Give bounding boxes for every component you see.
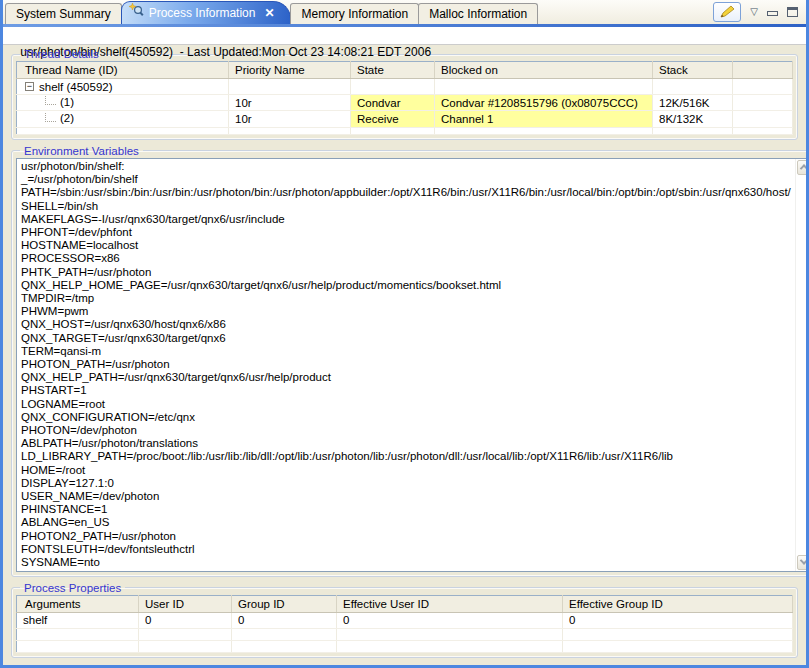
- env-line: PHFONT=/dev/phfont: [21, 226, 791, 239]
- column-header-effective-group-id[interactable]: Effective Group ID: [563, 595, 793, 612]
- process-properties-group: Process Properties Arguments User ID Gro…: [11, 582, 798, 658]
- thread-priority-cell: 10r: [229, 95, 351, 111]
- filler-cell: [435, 127, 653, 134]
- env-line: _=/usr/photon/bin/shelf: [21, 173, 791, 186]
- column-header-thread-name[interactable]: Thread Name (ID): [17, 62, 229, 79]
- tab-label: Process Information: [149, 3, 256, 23]
- column-header-state[interactable]: State: [351, 62, 435, 79]
- tab-malloc-information[interactable]: Malloc Information: [418, 3, 538, 24]
- empty-row: [17, 628, 793, 640]
- thread-row[interactable]: (2)10rReceiveChannel 18K/132K: [17, 111, 793, 127]
- env-line: USER_NAME=/dev/photon: [21, 490, 791, 503]
- section-title: Process Properties: [20, 582, 125, 594]
- process-properties-table: Arguments User ID Group ID Effective Use…: [16, 595, 793, 653]
- tab-label: Memory Information: [301, 7, 408, 21]
- filler-cell: [653, 127, 733, 134]
- column-header-blocked-on[interactable]: Blocked on: [435, 62, 653, 79]
- thread-row[interactable]: (1)10rCondvarCondvar #1208515796 (0x0807…: [17, 95, 793, 111]
- chevron-up-icon: [800, 165, 808, 173]
- chevron-down-icon: [800, 557, 808, 565]
- thread-table-header: Thread Name (ID) Priority Name State Blo…: [17, 62, 793, 79]
- env-line: PHWM=pwm: [21, 305, 791, 318]
- env-line: SYSNAME=nto: [21, 556, 791, 569]
- thread-details-group: Thread Details Thread Name (ID) Priority…: [11, 48, 798, 140]
- env-line: TMPDIR=/tmp: [21, 292, 791, 305]
- environment-variables-box: usr/photon/bin/shelf:_=/usr/photon/bin/s…: [16, 158, 809, 572]
- tab-memory-information[interactable]: Memory Information: [290, 3, 419, 24]
- env-line: HOSTNAME=localhost: [21, 239, 791, 252]
- env-line: QNX_CONFIGURATION=/etc/qnx: [21, 411, 791, 424]
- environment-variables-group: Environment Variables usr/photon/bin/she…: [11, 145, 809, 577]
- highlighter-pencil-icon: [719, 5, 735, 19]
- thread-priority-cell: [229, 79, 351, 95]
- column-header-group-id[interactable]: Group ID: [232, 595, 337, 612]
- column-header-effective-user-id[interactable]: Effective User ID: [337, 595, 563, 612]
- filler-cell: [733, 111, 793, 127]
- tab-label: System Summary: [16, 7, 111, 21]
- minimize-icon[interactable]: [767, 11, 778, 16]
- scroll-down-button[interactable]: [797, 555, 809, 570]
- column-header-stack[interactable]: Stack: [653, 62, 733, 79]
- environment-variables-text[interactable]: usr/photon/bin/shelf:_=/usr/photon/bin/s…: [17, 159, 795, 571]
- env-line: QNX_HOST=/usr/qnx630/host/qnx6/x86: [21, 318, 791, 331]
- env-line: MAKEFLAGS=-I/usr/qnx630/target/qnx6/usr/…: [21, 213, 791, 226]
- process-cell: 0: [337, 612, 563, 628]
- process-cell: shelf: [17, 612, 139, 628]
- process-row[interactable]: shelf0000: [17, 612, 793, 628]
- thread-name-cell: −shelf (450592): [17, 79, 229, 95]
- view-toolbar: ▽: [713, 2, 798, 22]
- env-line: PHOTON2_PATH=/usr/photon: [21, 530, 791, 543]
- close-icon[interactable]: ✕: [264, 3, 274, 23]
- process-cell: 0: [563, 612, 793, 628]
- filler-cell: [733, 95, 793, 111]
- thread-name-cell: (1): [17, 95, 229, 111]
- filler-cell: [139, 628, 232, 640]
- tab-label: Malloc Information: [429, 7, 527, 21]
- process-cell: 0: [139, 612, 232, 628]
- column-header-filler: [733, 62, 793, 79]
- column-header-arguments[interactable]: Arguments: [17, 595, 139, 612]
- filler-cell: [17, 640, 139, 652]
- filler-cell: [337, 640, 563, 652]
- filler-cell: [351, 127, 435, 134]
- filler-cell: [232, 628, 337, 640]
- collapse-toggle-icon[interactable]: −: [25, 82, 34, 91]
- menu-chevron-icon[interactable]: ▽: [750, 7, 758, 17]
- env-line: PHOTON=/dev/photon: [21, 424, 791, 437]
- thread-details-table: Thread Name (ID) Priority Name State Blo…: [16, 61, 793, 135]
- thread-name-label: shelf (450592): [39, 81, 113, 93]
- tab-system-summary[interactable]: System Summary: [5, 3, 122, 24]
- empty-row: [17, 640, 793, 652]
- view-content: Thread Details Thread Name (ID) Priority…: [3, 45, 806, 658]
- filler-cell: [563, 640, 793, 652]
- vertical-scrollbar[interactable]: [795, 159, 809, 571]
- filler-cell: [139, 640, 232, 652]
- thread-row[interactable]: −shelf (450592): [17, 79, 793, 95]
- thread-state-cell: Receive: [351, 111, 435, 127]
- process-status-line: usr/photon/bin/shelf(450592) - Last Upda…: [3, 27, 806, 45]
- column-header-user-id[interactable]: User ID: [139, 595, 232, 612]
- env-line: ABLPATH=/usr/photon/translations: [21, 437, 791, 450]
- filler-cell: [563, 628, 793, 640]
- env-line: PHTK_PATH=/usr/photon: [21, 266, 791, 279]
- thread-stack-cell: 8K/132K: [653, 111, 733, 127]
- scroll-up-button[interactable]: [797, 160, 809, 175]
- env-line: PHSTART=1: [21, 384, 791, 397]
- maximize-icon[interactable]: [787, 7, 798, 17]
- filler-cell: [733, 79, 793, 95]
- tab-process-information[interactable]: Process Information ✕: [121, 1, 292, 24]
- env-line: FONTSLEUTH=/dev/fontsleuthctrl: [21, 543, 791, 556]
- filler-cell: [232, 640, 337, 652]
- env-line: QNX_TARGET=/usr/qnx630/target/qnx6: [21, 332, 791, 345]
- filler-cell: [17, 127, 229, 134]
- thread-name-label: (2): [60, 112, 74, 124]
- section-title: Thread Details: [20, 48, 103, 60]
- env-line: TERM=qansi-m: [21, 345, 791, 358]
- env-line: PHOTON_PATH=/usr/photon: [21, 358, 791, 371]
- thread-name-cell: (2): [17, 111, 229, 127]
- highlighter-pencil-button[interactable]: [713, 2, 741, 22]
- column-header-priority[interactable]: Priority Name: [229, 62, 351, 79]
- thread-stack-cell: [653, 79, 733, 95]
- thread-blocked-on-cell: Condvar #1208515796 (0x08075CCC): [435, 95, 653, 111]
- process-table-header: Arguments User ID Group ID Effective Use…: [17, 595, 793, 612]
